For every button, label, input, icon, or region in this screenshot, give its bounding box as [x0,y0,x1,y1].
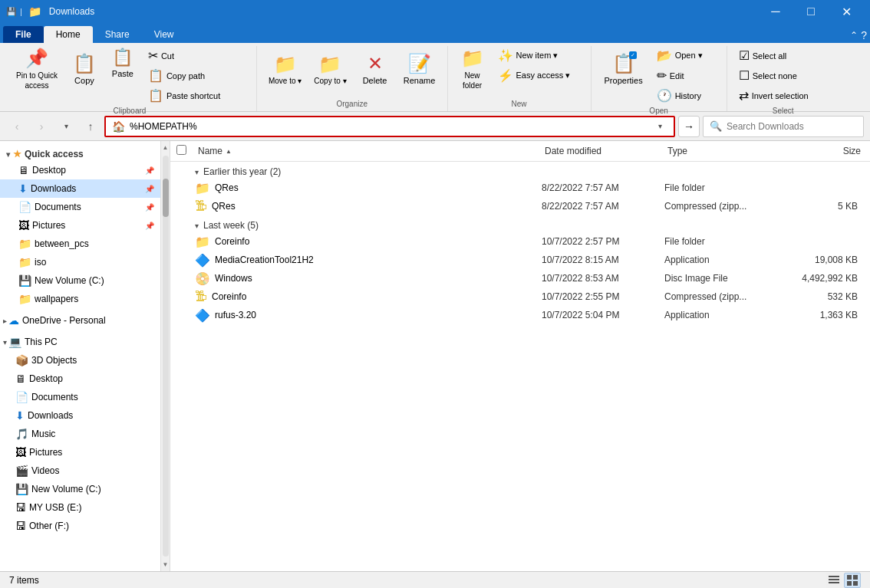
easy-access-button[interactable]: ⚡ Easy access ▾ [493,66,585,85]
paste-shortcut-button[interactable]: 📋 Paste shortcut [143,86,250,105]
item-count: 7 items [9,575,39,586]
sidebar-item-pc-documents[interactable]: 📄 Documents [0,388,160,406]
sidebar-item-pc-desktop[interactable]: 🖥 Desktop [0,370,160,388]
copy-button[interactable]: 📋 Copy [66,46,103,92]
delete-button[interactable]: ✕ Delete [354,46,397,92]
sidebar-item-music[interactable]: 🎵 Music [0,425,160,443]
cut-button[interactable]: ✂ Cut [143,46,250,65]
sidebar-item-my-usb[interactable]: 🖫 MY USB (E:) [0,498,160,517]
sidebar-item-videos[interactable]: 🎬 Videos [0,462,160,480]
onedrive-icon: ☁ [8,314,19,327]
name-column-header[interactable]: Name ▲ [195,144,542,158]
file-row-qres-folder[interactable]: 📁 QRes 8/22/2022 7:57 AM File folder [170,179,870,197]
file-row-coreinfo-zip[interactable]: 🗜 Coreinfo 10/7/2022 2:55 PM Compressed … [170,287,870,306]
drive-f-icon: 🖫 [15,520,26,532]
history-button[interactable]: 🕐 History [651,86,720,105]
paste-button[interactable]: 📋 Paste [104,46,141,80]
onedrive-section: ▸ ☁ OneDrive - Personal [0,311,160,330]
paste-shortcut-icon: 📋 [148,88,163,103]
maximize-button[interactable]: □ [793,0,829,23]
open-small-items: 📂 Open ▾ ✏ Edit 🕐 History [651,46,720,105]
open-label: Open [649,105,667,115]
file-date-coreinfo-folder: 10/7/2022 2:57 PM [542,236,664,247]
sidebar-item-pc-downloads[interactable]: ⬇ Downloads [0,406,160,425]
view-details-button[interactable] [826,573,842,588]
address-go-button[interactable]: → [678,116,700,137]
group-last-week[interactable]: ▾ Last week (5) [170,215,870,232]
tab-view[interactable]: View [142,26,186,43]
copy-path-button[interactable]: 📋 Copy path [143,66,250,85]
minimize-button[interactable]: ─ [758,0,793,23]
new-item-button[interactable]: ✨ New item ▾ [493,46,585,65]
copy-to-icon: 📁 [318,54,341,75]
sidebar-item-qa-desktop[interactable]: 🖥 Desktop 📌 [0,161,160,179]
file-row-rufus[interactable]: 🔷 rufus-3.20 10/7/2022 5:04 PM Applicati… [170,306,870,324]
sidebar-scroll-up[interactable]: ▲ [161,141,170,154]
close-button[interactable]: ✕ [829,0,864,23]
properties-button[interactable]: 📋 ✓ Properties [598,46,650,92]
sidebar-label-pc-newvol: New Volume (C:) [31,484,154,494]
up-button[interactable]: ↑ [80,116,101,137]
sidebar-item-qa-downloads[interactable]: ⬇ Downloads 📌 [0,179,160,198]
sidebar-item-pc-newvol[interactable]: 💾 New Volume (C:) [0,480,160,498]
quick-access-header[interactable]: ▾ ★ Quick access [0,144,160,161]
file-size-mediacreation: 19,008 KB [787,255,864,265]
view-tiles-button[interactable] [844,573,861,588]
group-earlier-this-year[interactable]: ▾ Earlier this year (2) [170,162,870,179]
search-input[interactable] [727,121,857,132]
sidebar-label-newvol: New Volume (C:) [35,275,154,286]
svg-rect-1 [829,579,839,580]
forward-button[interactable]: › [31,116,52,137]
copy-to-button[interactable]: 📁 Copy to ▾ [308,46,351,92]
invert-selection-button[interactable]: ⇄ Invert selection [733,86,833,105]
sidebar-item-pc-pictures[interactable]: 🖼 Pictures [0,443,160,462]
sidebar-item-wallpapers[interactable]: 📁 wallpapers [0,290,160,308]
rename-button[interactable]: 📝 Rename [398,46,441,92]
sidebar-scroll-down[interactable]: ▼ [161,558,170,571]
recent-locations-button[interactable]: ▾ [55,116,77,137]
address-dropdown-button[interactable]: ▾ [652,117,667,136]
sidebar-scroll-thumb[interactable] [163,179,169,217]
sidebar-item-iso[interactable]: 📁 iso [0,253,160,271]
file-date-windows: 10/7/2022 8:53 AM [542,273,664,284]
sidebar-item-other-f[interactable]: 🖫 Other (F:) [0,517,160,535]
file-row-qres-zip[interactable]: 🗜 QRes 8/22/2022 7:57 AM Compressed (zip… [170,197,870,215]
move-to-button[interactable]: 📁 Move to ▾ [263,46,307,92]
address-input[interactable] [130,121,652,132]
tab-file[interactable]: File [3,26,44,43]
open-button[interactable]: 📂 Open ▾ [651,46,720,65]
tab-home[interactable]: Home [44,26,93,43]
status-bar: 7 items [0,571,870,588]
file-row-windows-iso[interactable]: 📀 Windows 10/7/2022 8:53 AM Disc Image F… [170,269,870,287]
edit-button[interactable]: ✏ Edit [651,66,720,85]
ribbon-collapse-icon[interactable]: ⌃ [850,30,858,41]
sidebar-item-newvol[interactable]: 💾 New Volume (C:) [0,271,160,290]
type-column-header[interactable]: Type [664,144,787,158]
sidebar-label-wallpapers: wallpapers [35,294,154,304]
sidebar-item-onedrive[interactable]: ▸ ☁ OneDrive - Personal [0,311,160,330]
sidebar-item-3d-objects[interactable]: 📦 3D Objects [0,351,160,370]
check-all-checkbox[interactable] [176,145,186,155]
new-folder-button[interactable]: 📁 Newfolder [454,46,491,92]
sidebar-item-this-pc[interactable]: ▾ 💻 This PC [0,333,160,351]
sidebar-item-between-pcs[interactable]: 📁 between_pcs [0,235,160,253]
new-folder-icon: 📁 [461,48,484,69]
new-items: 📁 Newfolder ✨ New item ▾ ⚡ Easy access ▾ [454,46,585,98]
size-column-header[interactable]: Size [787,144,864,158]
sidebar-item-qa-pictures[interactable]: 🖼 Pictures 📌 [0,216,160,235]
file-row-coreinfo-folder[interactable]: 📁 Coreinfo 10/7/2022 2:57 PM File folder [170,232,870,251]
select-all-button[interactable]: ☑ Select all [733,46,833,65]
back-button[interactable]: ‹ [6,116,28,137]
file-name-qres-zip: QRes [212,201,542,212]
file-date-qres-zip: 8/22/2022 7:57 AM [542,201,664,212]
select-none-button[interactable]: ☐ Select none [733,66,833,85]
help-icon[interactable]: ? [861,29,867,41]
date-column-header[interactable]: Date modified [542,144,664,158]
tab-share[interactable]: Share [93,26,142,43]
sidebar-label-iso: iso [35,257,154,268]
pin-to-quick-access-button[interactable]: 📌 Pin to Quickaccess [9,46,64,92]
file-size-coreinfo-zip: 532 KB [787,291,864,302]
sidebar-item-qa-documents[interactable]: 📄 Documents 📌 [0,198,160,216]
file-row-mediacreation[interactable]: 🔷 MediaCreationTool21H2 10/7/2022 8:15 A… [170,251,870,269]
file-date-qres-folder: 8/22/2022 7:57 AM [542,182,664,193]
